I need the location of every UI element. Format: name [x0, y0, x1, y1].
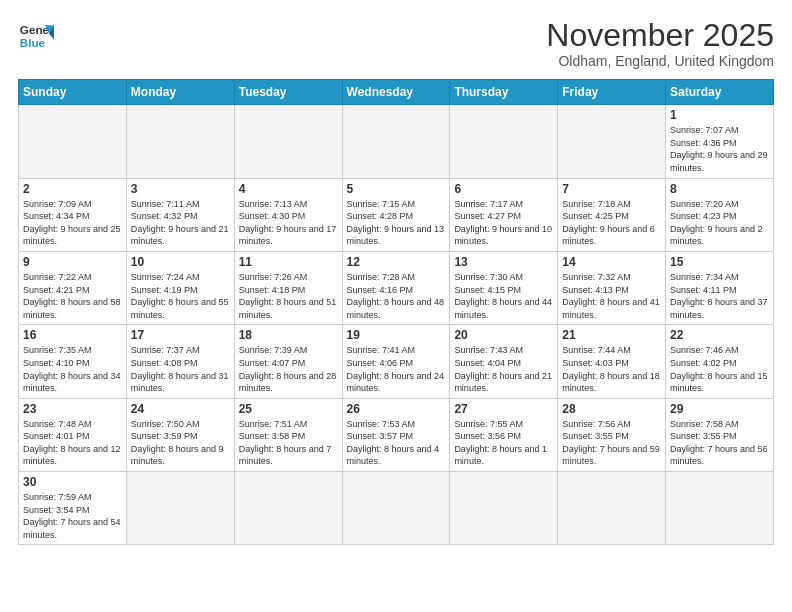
week-row-4: 23Sunrise: 7:48 AM Sunset: 4:01 PM Dayli… — [19, 398, 774, 471]
calendar-subtitle: Oldham, England, United Kingdom — [546, 53, 774, 69]
table-row: 10Sunrise: 7:24 AM Sunset: 4:19 PM Dayli… — [126, 251, 234, 324]
table-row — [234, 105, 342, 178]
day-number: 18 — [239, 328, 338, 342]
table-row: 18Sunrise: 7:39 AM Sunset: 4:07 PM Dayli… — [234, 325, 342, 398]
table-row — [342, 472, 450, 545]
table-row: 22Sunrise: 7:46 AM Sunset: 4:02 PM Dayli… — [666, 325, 774, 398]
day-number: 15 — [670, 255, 769, 269]
table-row: 1Sunrise: 7:07 AM Sunset: 4:36 PM Daylig… — [666, 105, 774, 178]
day-info: Sunrise: 7:24 AM Sunset: 4:19 PM Dayligh… — [131, 271, 230, 321]
table-row: 21Sunrise: 7:44 AM Sunset: 4:03 PM Dayli… — [558, 325, 666, 398]
day-info: Sunrise: 7:20 AM Sunset: 4:23 PM Dayligh… — [670, 198, 769, 248]
day-number: 28 — [562, 402, 661, 416]
day-info: Sunrise: 7:09 AM Sunset: 4:34 PM Dayligh… — [23, 198, 122, 248]
day-info: Sunrise: 7:44 AM Sunset: 4:03 PM Dayligh… — [562, 344, 661, 394]
day-number: 13 — [454, 255, 553, 269]
day-number: 20 — [454, 328, 553, 342]
table-row: 9Sunrise: 7:22 AM Sunset: 4:21 PM Daylig… — [19, 251, 127, 324]
day-info: Sunrise: 7:46 AM Sunset: 4:02 PM Dayligh… — [670, 344, 769, 394]
day-info: Sunrise: 7:43 AM Sunset: 4:04 PM Dayligh… — [454, 344, 553, 394]
day-number: 2 — [23, 182, 122, 196]
header-monday: Monday — [126, 80, 234, 105]
calendar-table: Sunday Monday Tuesday Wednesday Thursday… — [18, 79, 774, 545]
day-number: 27 — [454, 402, 553, 416]
table-row — [450, 472, 558, 545]
week-row-2: 9Sunrise: 7:22 AM Sunset: 4:21 PM Daylig… — [19, 251, 774, 324]
day-info: Sunrise: 7:13 AM Sunset: 4:30 PM Dayligh… — [239, 198, 338, 248]
table-row: 24Sunrise: 7:50 AM Sunset: 3:59 PM Dayli… — [126, 398, 234, 471]
header: General Blue November 2025 Oldham, Engla… — [18, 18, 774, 69]
table-row: 28Sunrise: 7:56 AM Sunset: 3:55 PM Dayli… — [558, 398, 666, 471]
header-sunday: Sunday — [19, 80, 127, 105]
day-info: Sunrise: 7:53 AM Sunset: 3:57 PM Dayligh… — [347, 418, 446, 468]
calendar-title: November 2025 — [546, 18, 774, 53]
day-number: 4 — [239, 182, 338, 196]
week-row-5: 30Sunrise: 7:59 AM Sunset: 3:54 PM Dayli… — [19, 472, 774, 545]
day-info: Sunrise: 7:28 AM Sunset: 4:16 PM Dayligh… — [347, 271, 446, 321]
table-row: 30Sunrise: 7:59 AM Sunset: 3:54 PM Dayli… — [19, 472, 127, 545]
day-info: Sunrise: 7:55 AM Sunset: 3:56 PM Dayligh… — [454, 418, 553, 468]
day-number: 1 — [670, 108, 769, 122]
header-friday: Friday — [558, 80, 666, 105]
table-row: 11Sunrise: 7:26 AM Sunset: 4:18 PM Dayli… — [234, 251, 342, 324]
table-row — [126, 472, 234, 545]
day-info: Sunrise: 7:18 AM Sunset: 4:25 PM Dayligh… — [562, 198, 661, 248]
svg-text:Blue: Blue — [20, 36, 46, 49]
day-number: 22 — [670, 328, 769, 342]
day-info: Sunrise: 7:37 AM Sunset: 4:08 PM Dayligh… — [131, 344, 230, 394]
day-info: Sunrise: 7:11 AM Sunset: 4:32 PM Dayligh… — [131, 198, 230, 248]
table-row: 25Sunrise: 7:51 AM Sunset: 3:58 PM Dayli… — [234, 398, 342, 471]
day-number: 24 — [131, 402, 230, 416]
day-info: Sunrise: 7:56 AM Sunset: 3:55 PM Dayligh… — [562, 418, 661, 468]
table-row: 26Sunrise: 7:53 AM Sunset: 3:57 PM Dayli… — [342, 398, 450, 471]
day-number: 16 — [23, 328, 122, 342]
day-number: 6 — [454, 182, 553, 196]
day-info: Sunrise: 7:59 AM Sunset: 3:54 PM Dayligh… — [23, 491, 122, 541]
day-info: Sunrise: 7:50 AM Sunset: 3:59 PM Dayligh… — [131, 418, 230, 468]
day-number: 8 — [670, 182, 769, 196]
day-number: 25 — [239, 402, 338, 416]
day-info: Sunrise: 7:26 AM Sunset: 4:18 PM Dayligh… — [239, 271, 338, 321]
table-row: 12Sunrise: 7:28 AM Sunset: 4:16 PM Dayli… — [342, 251, 450, 324]
calendar-page: General Blue November 2025 Oldham, Engla… — [0, 0, 792, 555]
day-number: 26 — [347, 402, 446, 416]
table-row: 27Sunrise: 7:55 AM Sunset: 3:56 PM Dayli… — [450, 398, 558, 471]
day-info: Sunrise: 7:48 AM Sunset: 4:01 PM Dayligh… — [23, 418, 122, 468]
day-number: 30 — [23, 475, 122, 489]
day-info: Sunrise: 7:35 AM Sunset: 4:10 PM Dayligh… — [23, 344, 122, 394]
logo-icon: General Blue — [18, 18, 54, 54]
day-info: Sunrise: 7:17 AM Sunset: 4:27 PM Dayligh… — [454, 198, 553, 248]
table-row: 6Sunrise: 7:17 AM Sunset: 4:27 PM Daylig… — [450, 178, 558, 251]
table-row: 19Sunrise: 7:41 AM Sunset: 4:06 PM Dayli… — [342, 325, 450, 398]
day-info: Sunrise: 7:30 AM Sunset: 4:15 PM Dayligh… — [454, 271, 553, 321]
day-number: 7 — [562, 182, 661, 196]
day-info: Sunrise: 7:32 AM Sunset: 4:13 PM Dayligh… — [562, 271, 661, 321]
week-row-0: 1Sunrise: 7:07 AM Sunset: 4:36 PM Daylig… — [19, 105, 774, 178]
table-row: 20Sunrise: 7:43 AM Sunset: 4:04 PM Dayli… — [450, 325, 558, 398]
day-number: 29 — [670, 402, 769, 416]
day-number: 9 — [23, 255, 122, 269]
table-row — [666, 472, 774, 545]
table-row: 4Sunrise: 7:13 AM Sunset: 4:30 PM Daylig… — [234, 178, 342, 251]
table-row: 7Sunrise: 7:18 AM Sunset: 4:25 PM Daylig… — [558, 178, 666, 251]
day-number: 11 — [239, 255, 338, 269]
table-row — [558, 472, 666, 545]
header-wednesday: Wednesday — [342, 80, 450, 105]
table-row: 5Sunrise: 7:15 AM Sunset: 4:28 PM Daylig… — [342, 178, 450, 251]
table-row: 3Sunrise: 7:11 AM Sunset: 4:32 PM Daylig… — [126, 178, 234, 251]
table-row: 8Sunrise: 7:20 AM Sunset: 4:23 PM Daylig… — [666, 178, 774, 251]
table-row — [558, 105, 666, 178]
day-number: 5 — [347, 182, 446, 196]
table-row: 14Sunrise: 7:32 AM Sunset: 4:13 PM Dayli… — [558, 251, 666, 324]
day-number: 3 — [131, 182, 230, 196]
day-info: Sunrise: 7:39 AM Sunset: 4:07 PM Dayligh… — [239, 344, 338, 394]
table-row: 2Sunrise: 7:09 AM Sunset: 4:34 PM Daylig… — [19, 178, 127, 251]
day-info: Sunrise: 7:15 AM Sunset: 4:28 PM Dayligh… — [347, 198, 446, 248]
day-info: Sunrise: 7:22 AM Sunset: 4:21 PM Dayligh… — [23, 271, 122, 321]
table-row — [450, 105, 558, 178]
day-info: Sunrise: 7:58 AM Sunset: 3:55 PM Dayligh… — [670, 418, 769, 468]
table-row: 15Sunrise: 7:34 AM Sunset: 4:11 PM Dayli… — [666, 251, 774, 324]
logo: General Blue — [18, 18, 54, 54]
table-row: 13Sunrise: 7:30 AM Sunset: 4:15 PM Dayli… — [450, 251, 558, 324]
weekday-header-row: Sunday Monday Tuesday Wednesday Thursday… — [19, 80, 774, 105]
